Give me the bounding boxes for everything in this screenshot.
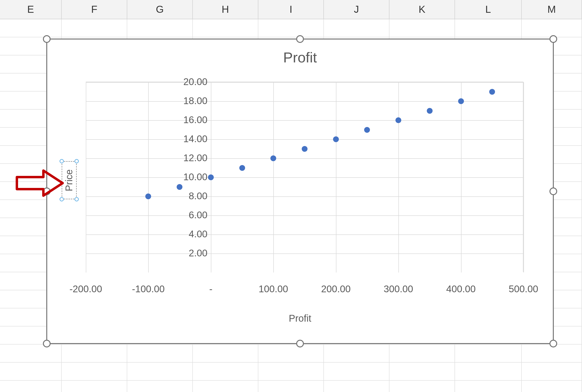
x-tick-label: 500.00 [509,284,538,294]
horizontal-gridline [86,139,523,140]
cell[interactable] [390,344,455,362]
chart-object[interactable]: Profit 20.0018.0016.0014.0012.0010.008.0… [46,38,554,344]
cell[interactable] [62,344,127,362]
horizontal-gridline [86,254,523,254]
horizontal-gridline [86,120,523,121]
cell[interactable] [193,19,258,37]
data-point[interactable] [458,98,464,104]
cell[interactable] [127,19,193,37]
cell[interactable] [0,19,62,37]
cell[interactable] [193,381,258,392]
data-point[interactable] [489,89,495,95]
cell[interactable] [324,344,390,362]
cell[interactable] [258,362,324,381]
cell[interactable] [324,381,390,392]
worksheet[interactable]: E F G H I J K L M Profit 20.0018.0016.00… [0,0,582,392]
cell[interactable] [62,381,127,392]
column-header[interactable]: J [324,0,390,19]
data-point[interactable] [177,184,182,190]
resize-handle[interactable] [43,35,50,43]
horizontal-gridline [86,101,523,102]
data-point[interactable] [396,117,401,123]
column-header[interactable]: I [258,0,324,19]
cell[interactable] [455,19,522,37]
resize-handle[interactable] [550,188,557,195]
column-header[interactable]: M [522,0,582,19]
cell[interactable] [390,19,455,37]
cell[interactable] [390,362,455,381]
resize-handle[interactable] [296,340,304,348]
resize-handle[interactable] [43,340,50,348]
resize-handle[interactable] [550,35,557,43]
cell[interactable] [522,362,582,381]
row [0,362,582,381]
horizontal-gridline [86,234,523,235]
resize-handle[interactable] [43,188,50,195]
data-point[interactable] [302,146,308,152]
column-header[interactable]: K [390,0,455,19]
cell[interactable] [193,362,258,381]
cell[interactable] [62,19,127,37]
horizontal-gridline [86,177,523,178]
cell[interactable] [258,344,324,362]
row [0,344,582,362]
cell[interactable] [455,344,522,362]
x-tick-label: -100.00 [132,284,165,294]
cell[interactable] [193,344,258,362]
axis-title-handle[interactable] [60,159,64,163]
horizontal-gridline [86,82,523,83]
cell[interactable] [127,362,193,381]
resize-handle[interactable] [550,340,557,348]
cell[interactable] [0,344,62,362]
axis-title-handle[interactable] [74,197,79,202]
cell[interactable] [522,344,582,362]
row [0,19,582,37]
cell[interactable] [62,362,127,381]
data-point[interactable] [270,156,276,161]
cell[interactable] [522,19,582,37]
cell[interactable] [127,344,193,362]
cell[interactable] [390,381,455,392]
axis-title-handle[interactable] [60,197,64,202]
cell[interactable] [0,362,62,381]
x-tick-label: - [209,284,212,294]
y-axis-title[interactable]: Price [62,161,77,199]
cell[interactable] [258,19,324,37]
column-header[interactable]: G [127,0,193,19]
cell[interactable] [455,362,522,381]
row [0,381,582,392]
resize-handle[interactable] [296,35,304,43]
x-tick-label: 400.00 [446,284,476,294]
column-headers-row: E F G H I J K L M [0,0,582,19]
y-axis-title-text: Price [64,169,75,191]
cell[interactable] [127,381,193,392]
column-header[interactable]: E [0,0,62,19]
vertical-gridline [524,82,524,272]
data-point[interactable] [364,127,370,133]
column-header[interactable]: F [62,0,127,19]
data-point[interactable] [145,194,151,199]
x-tick-label: 200.00 [321,284,351,294]
horizontal-gridline [86,196,523,197]
cell[interactable] [522,381,582,392]
cell[interactable] [455,381,522,392]
x-axis-title[interactable]: Profit [47,313,553,324]
horizontal-gridline [86,216,523,216]
cell[interactable] [324,362,390,381]
data-point[interactable] [239,165,245,171]
plot-area[interactable] [86,82,524,272]
column-header[interactable]: L [455,0,522,19]
data-point[interactable] [208,174,214,180]
horizontal-gridline [86,158,523,159]
cell[interactable] [258,381,324,392]
data-point[interactable] [333,136,339,142]
data-point[interactable] [427,108,432,114]
cell[interactable] [0,381,62,392]
x-axis-ticks: -200.00-100.00-100.00200.00300.00400.005… [86,272,524,301]
column-header[interactable]: H [193,0,258,19]
x-tick-label: -200.00 [70,284,102,294]
axis-title-handle[interactable] [74,159,79,163]
cell[interactable] [324,19,390,37]
chart-title[interactable]: Profit [47,49,553,66]
x-tick-label: 100.00 [258,284,288,294]
